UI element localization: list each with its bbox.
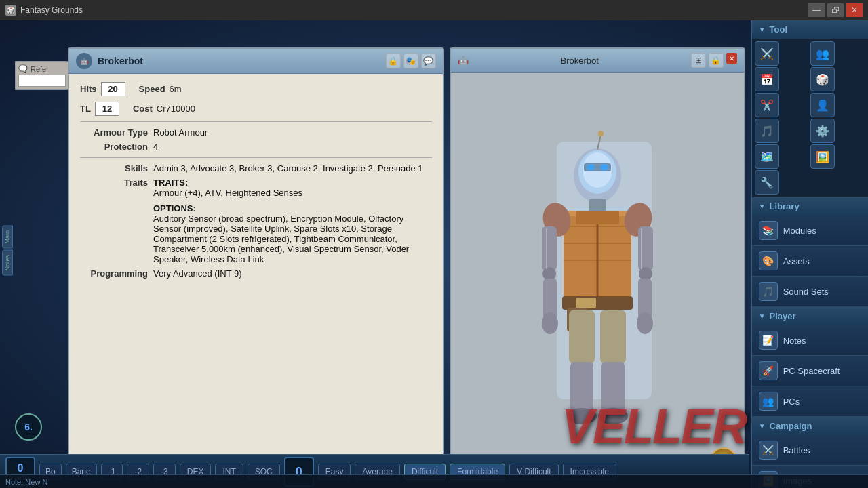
programming-value: Very Advanced (INT 9) bbox=[153, 268, 432, 279]
tl-value[interactable]: 12 bbox=[95, 102, 119, 116]
tool-grid: ⚔️ 👥 📅 🎲 ✂️ 👤 🎵 ⚙️ 🗺️ 🖼️ 🔧 bbox=[752, 39, 868, 197]
character-panel: 🤖 Brokerbot 🔒 🎭 💬 Hits 20 Speed 6m bbox=[68, 47, 444, 483]
ribbon-tab-main[interactable]: Main bbox=[2, 226, 13, 249]
hits-item: Hits 20 bbox=[80, 82, 125, 96]
sidebar-item-sound-sets[interactable]: 🎵 Sound Sets bbox=[752, 277, 868, 307]
tool-section-label: Tool bbox=[770, 24, 787, 35]
armour-type-row: Armour Type Robot Armour bbox=[80, 127, 432, 138]
cost-item: Cost Cr710000 bbox=[133, 104, 195, 114]
pc-spacecraft-label: PC Spacecraft bbox=[783, 366, 840, 376]
tool-extra-btn[interactable]: 🔧 bbox=[755, 170, 779, 195]
tool-section-header[interactable]: ▼ Tool bbox=[752, 20, 868, 39]
tool-npc-btn[interactable]: 👤 bbox=[810, 93, 835, 117]
character-svg bbox=[502, 108, 692, 447]
lock-button[interactable]: 🔒 bbox=[386, 54, 401, 68]
battles-icon: ⚔️ bbox=[759, 441, 778, 460]
campaign-section-header[interactable]: ▼ Campaign bbox=[752, 417, 868, 435]
hits-value[interactable]: 20 bbox=[101, 82, 125, 96]
image-panel: 🤖 Brokerbot ⊞ 🔒 ✕ bbox=[450, 47, 745, 483]
svg-point-22 bbox=[542, 312, 558, 334]
campaign-triangle: ▼ bbox=[759, 422, 766, 430]
svg-point-26 bbox=[637, 312, 653, 334]
sound-sets-label: Sound Sets bbox=[783, 287, 829, 297]
speed-label: Speed bbox=[139, 84, 165, 94]
ref-input[interactable] bbox=[18, 75, 66, 87]
traits-header: TRAITS: bbox=[153, 178, 432, 188]
char-panel-content: Hits 20 Speed 6m TL 12 Cost Cr710000 bbox=[69, 74, 443, 481]
tool-calendar-btn[interactable]: 📅 bbox=[755, 67, 779, 92]
right-sidebar: ▼ Tool ⚔️ 👥 📅 🎲 ✂️ 👤 🎵 ⚙️ 🗺️ 🖼️ 🔧 ▼ Libr… bbox=[751, 20, 868, 488]
pcs-label: PCs bbox=[783, 396, 800, 407]
modifier-value: 0 bbox=[18, 462, 24, 474]
sidebar-item-pc-spacecraft[interactable]: 🚀 PC Spacecraft bbox=[752, 356, 868, 386]
protection-label: Protection bbox=[80, 142, 148, 152]
svg-rect-23 bbox=[638, 226, 653, 270]
assets-label: Assets bbox=[783, 256, 810, 266]
tl-item: TL 12 bbox=[80, 102, 119, 116]
ref-label: 🗨️ Refer bbox=[18, 64, 66, 73]
stats-row-1: Hits 20 Speed 6m bbox=[80, 82, 432, 96]
sidebar-item-assets[interactable]: 🎨 Assets bbox=[752, 246, 868, 277]
app-icon: 🎲 bbox=[5, 5, 16, 16]
image-expand-button[interactable]: ⊞ bbox=[691, 53, 706, 68]
tool-characters-btn[interactable]: 👥 bbox=[810, 41, 835, 66]
armour-type-label: Armour Type bbox=[80, 127, 148, 138]
chat-button[interactable]: 💬 bbox=[421, 54, 436, 68]
programming-row: Programming Very Advanced (INT 9) bbox=[80, 268, 432, 279]
svg-point-32 bbox=[567, 408, 597, 424]
reference-panel: 🗨️ Refer bbox=[15, 61, 69, 90]
protection-row: Protection 4 bbox=[80, 142, 432, 152]
traits-value: Armour (+4), ATV, Heightened Senses bbox=[153, 188, 432, 198]
modules-label: Modules bbox=[783, 226, 816, 236]
cost-value: Cr710000 bbox=[157, 104, 195, 114]
divider-2 bbox=[80, 157, 432, 158]
notes-label: Notes bbox=[783, 336, 806, 346]
sidebar-item-battles[interactable]: ⚔️ Battles bbox=[752, 435, 868, 466]
close-button[interactable]: ✕ bbox=[846, 3, 863, 17]
tool-map-btn[interactable]: 🗺️ bbox=[755, 144, 779, 169]
svg-point-5 bbox=[587, 164, 595, 171]
speed-value: 6m bbox=[170, 84, 182, 94]
image-lock-button[interactable]: 🔒 bbox=[709, 53, 724, 68]
player-triangle: ▼ bbox=[759, 312, 766, 320]
sidebar-item-notes[interactable]: 📝 Notes bbox=[752, 325, 868, 356]
round-indicator: 6. bbox=[15, 413, 42, 441]
traits-label: Traits bbox=[80, 178, 148, 188]
notes-icon: 📝 bbox=[759, 331, 778, 350]
tool-cut-btn[interactable]: ✂️ bbox=[755, 93, 779, 117]
char-portrait-button[interactable]: 🎭 bbox=[403, 54, 418, 68]
tool-dice-btn[interactable]: 🎲 bbox=[810, 67, 835, 92]
restore-button[interactable]: 🗗 bbox=[827, 3, 844, 17]
svg-point-8 bbox=[598, 131, 604, 136]
modules-icon: 📚 bbox=[759, 221, 778, 240]
char-panel-icon: 🤖 bbox=[76, 53, 92, 69]
sidebar-item-pcs[interactable]: 👥 PCs bbox=[752, 386, 868, 417]
svg-rect-19 bbox=[542, 226, 557, 270]
window-controls: — 🗗 ✕ bbox=[808, 3, 863, 17]
ribbon-tabs: Main Notes bbox=[0, 47, 15, 454]
assets-icon: 🎨 bbox=[759, 251, 778, 270]
tool-image-btn[interactable]: 🖼️ bbox=[810, 144, 835, 169]
note-bar: Note: New N bbox=[0, 474, 868, 488]
options-header: OPTIONS: bbox=[153, 203, 432, 214]
char-panel-header: 🤖 Brokerbot 🔒 🎭 💬 bbox=[69, 49, 443, 74]
tool-combat-btn[interactable]: ⚔️ bbox=[755, 41, 779, 66]
programming-label: Programming bbox=[80, 268, 148, 279]
image-panel-header: 🤖 Brokerbot ⊞ 🔒 ✕ bbox=[451, 49, 744, 73]
library-section-header[interactable]: ▼ Library bbox=[752, 197, 868, 216]
tool-settings-btn[interactable]: ⚙️ bbox=[810, 119, 835, 143]
minimize-button[interactable]: — bbox=[808, 3, 825, 17]
ribbon-tab-notes[interactable]: Notes bbox=[2, 250, 13, 276]
image-close-button[interactable]: ✕ bbox=[726, 53, 737, 64]
divider-1 bbox=[80, 121, 432, 122]
character-image-container: ⚙️ bbox=[451, 73, 744, 481]
player-section-header[interactable]: ▼ Player bbox=[752, 307, 868, 325]
char-panel-title: Brokerbot bbox=[98, 56, 386, 66]
library-triangle: ▼ bbox=[759, 203, 766, 210]
armour-type-value: Robot Armour bbox=[153, 127, 432, 138]
tl-label: TL bbox=[80, 104, 91, 114]
tool-music-btn[interactable]: 🎵 bbox=[755, 119, 779, 143]
tool-triangle: ▼ bbox=[759, 26, 766, 33]
sidebar-item-modules[interactable]: 📚 Modules bbox=[752, 216, 868, 246]
image-header-icons: ⊞ 🔒 ✕ bbox=[691, 53, 737, 68]
